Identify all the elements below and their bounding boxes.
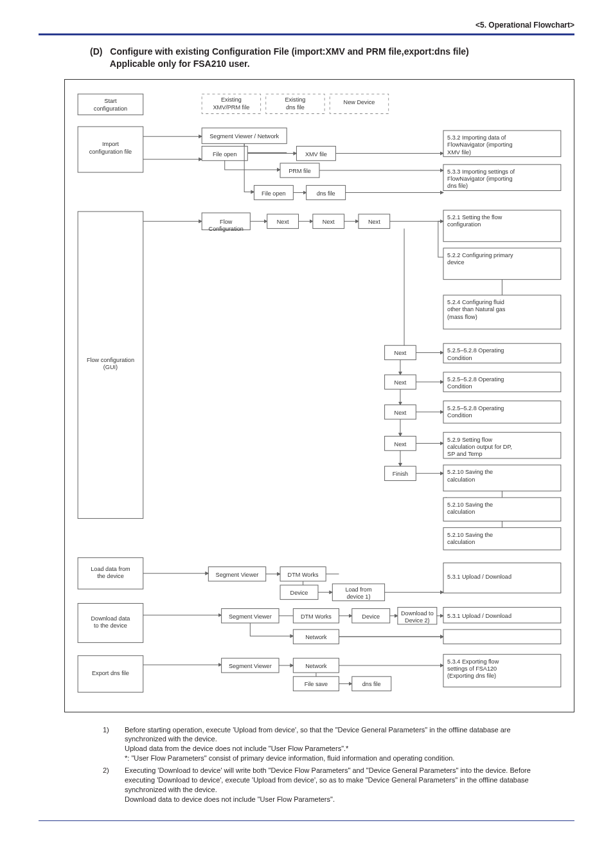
svg-rect-46: [443, 629, 561, 644]
rowhead-download: Download datato the device: [91, 615, 131, 629]
rowhead-export: Export dns file: [92, 670, 129, 676]
opt-dns: Existingdns file: [285, 96, 305, 110]
flowcfg-next4: Next: [395, 350, 407, 356]
footnote-1-text: Before starting operation, execute 'Uplo…: [125, 725, 536, 763]
ref-export: 5.3.4 Exporting flowsettings of FSA120(E…: [447, 658, 499, 679]
load-dtm: DTM Works: [288, 572, 319, 578]
flowcfg-next6: Next: [395, 410, 407, 416]
footnote-2-num: 2): [103, 766, 125, 804]
flowcfg-finish: Finish: [393, 471, 408, 477]
footnotes: 1) Before starting operation, execute 'U…: [103, 725, 536, 804]
dl-dl: Download toDevice 2): [401, 610, 434, 624]
exp-sv: Segment Viewer: [229, 663, 272, 669]
flowcfg-next2: Next: [323, 219, 335, 225]
dl-network: Network: [305, 634, 327, 640]
section-lead: (D): [90, 46, 102, 58]
header-rule: [39, 33, 574, 35]
flowcfg-next5: Next: [395, 379, 407, 386]
section-title-line1: Configure with existing Configuration Fi…: [110, 46, 468, 57]
section-title-line2: Applicable only for FSA210 user.: [110, 59, 250, 69]
footer-rule: [39, 820, 574, 821]
opt-xmv: ExistingXMV/PRM file: [213, 96, 249, 110]
exp-filesave: File save: [305, 681, 328, 687]
import-fileopen1: File open: [213, 150, 237, 157]
flowchart-frame: Startconfiguration ExistingXMV/PRM file …: [64, 79, 574, 712]
opt-new: New Device: [344, 99, 375, 105]
dl-device: Device: [362, 613, 380, 620]
load-load: Load fromdevice 1): [345, 586, 371, 600]
import-prmfile: PRM file: [289, 168, 310, 174]
footnote-2-text: Executing 'Download to device' will writ…: [125, 766, 536, 804]
flowcfg-next1: Next: [277, 219, 289, 225]
dl-sv: Segment Viewer: [229, 613, 272, 620]
import-dnsfile: dns file: [317, 190, 335, 196]
load-sv: Segment Viewer: [216, 572, 259, 578]
exp-dns: dns file: [362, 681, 381, 687]
section-heading: (D) Configure with existing Configuratio…: [90, 46, 574, 70]
chapter-title: <5. Operational Flowchart>: [475, 21, 574, 30]
svg-rect-0: [78, 94, 143, 115]
dl-dtm: DTM Works: [301, 613, 332, 620]
exp-network: Network: [305, 663, 327, 669]
import-fileopen2: File open: [262, 190, 286, 196]
flowcfg-next7: Next: [395, 440, 407, 447]
ref-updown2: 5.3.1 Upload / Download: [447, 613, 511, 619]
flowcfg-next3: Next: [368, 219, 380, 225]
flowchart-svg: Startconfiguration ExistingXMV/PRM file …: [71, 87, 567, 701]
import-left: Segment Viewer / Network: [209, 133, 279, 140]
import-xmvfile: XMV file: [305, 150, 327, 157]
ref-updown1: 5.3.1 Upload / Download: [447, 574, 511, 580]
footnote-1-num: 1): [103, 725, 125, 763]
load-device: Device: [290, 590, 308, 596]
page-header: <5. Operational Flowchart>: [39, 21, 574, 33]
